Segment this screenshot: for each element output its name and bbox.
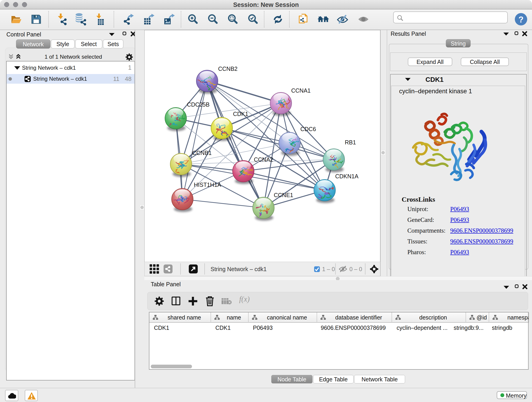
svg-text:CDKN1A: CDKN1A xyxy=(335,173,359,179)
svg-text:CCNE1: CCNE1 xyxy=(274,192,293,198)
svg-text:CCNA1: CCNA1 xyxy=(291,87,311,94)
svg-text:CCNB1: CCNB1 xyxy=(192,150,212,156)
svg-text:CDC6: CDC6 xyxy=(300,126,316,132)
svg-text:RB1: RB1 xyxy=(345,139,356,146)
svg-text:CCNB2: CCNB2 xyxy=(218,65,238,72)
svg-text:CDK1: CDK1 xyxy=(233,111,248,117)
svg-text:CCNA2: CCNA2 xyxy=(254,156,273,163)
svg-text:CDC25B: CDC25B xyxy=(187,101,210,108)
svg-text:HIST1H1A: HIST1H1A xyxy=(194,182,221,188)
